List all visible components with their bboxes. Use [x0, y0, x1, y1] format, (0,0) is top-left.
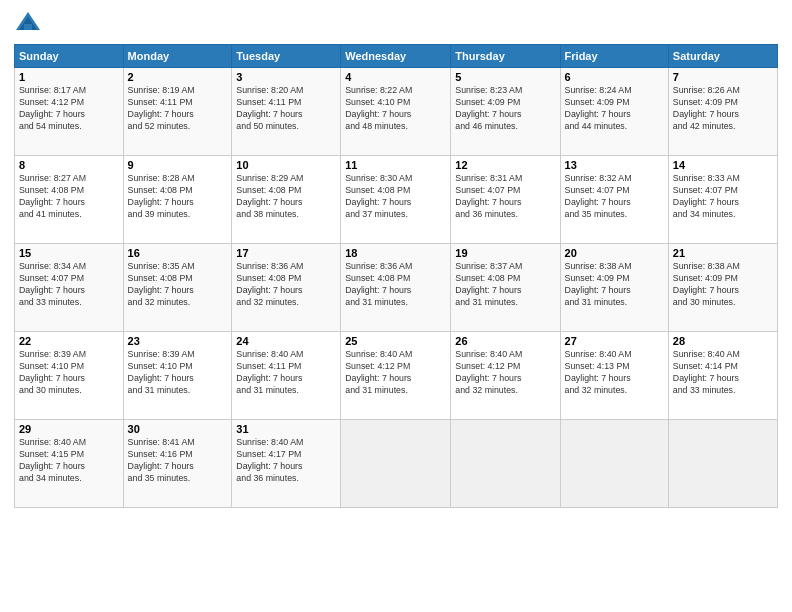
day-info: Sunrise: 8:39 AM Sunset: 4:10 PM Dayligh…: [128, 349, 228, 397]
calendar-cell: 18Sunrise: 8:36 AM Sunset: 4:08 PM Dayli…: [341, 244, 451, 332]
calendar-cell: 26Sunrise: 8:40 AM Sunset: 4:12 PM Dayli…: [451, 332, 560, 420]
dow-header: Thursday: [451, 45, 560, 68]
dow-header: Friday: [560, 45, 668, 68]
day-info: Sunrise: 8:40 AM Sunset: 4:13 PM Dayligh…: [565, 349, 664, 397]
day-info: Sunrise: 8:31 AM Sunset: 4:07 PM Dayligh…: [455, 173, 555, 221]
calendar-cell: 11Sunrise: 8:30 AM Sunset: 4:08 PM Dayli…: [341, 156, 451, 244]
calendar-cell: 9Sunrise: 8:28 AM Sunset: 4:08 PM Daylig…: [123, 156, 232, 244]
day-number: 6: [565, 71, 664, 83]
day-info: Sunrise: 8:20 AM Sunset: 4:11 PM Dayligh…: [236, 85, 336, 133]
calendar-cell: 20Sunrise: 8:38 AM Sunset: 4:09 PM Dayli…: [560, 244, 668, 332]
calendar-cell: 23Sunrise: 8:39 AM Sunset: 4:10 PM Dayli…: [123, 332, 232, 420]
calendar-cell: 3Sunrise: 8:20 AM Sunset: 4:11 PM Daylig…: [232, 68, 341, 156]
day-info: Sunrise: 8:40 AM Sunset: 4:12 PM Dayligh…: [455, 349, 555, 397]
day-number: 19: [455, 247, 555, 259]
calendar-cell: 8Sunrise: 8:27 AM Sunset: 4:08 PM Daylig…: [15, 156, 124, 244]
day-number: 4: [345, 71, 446, 83]
day-info: Sunrise: 8:40 AM Sunset: 4:17 PM Dayligh…: [236, 437, 336, 485]
calendar-week-row: 1Sunrise: 8:17 AM Sunset: 4:12 PM Daylig…: [15, 68, 778, 156]
calendar-cell: 2Sunrise: 8:19 AM Sunset: 4:11 PM Daylig…: [123, 68, 232, 156]
day-info: Sunrise: 8:24 AM Sunset: 4:09 PM Dayligh…: [565, 85, 664, 133]
calendar-cell: 31Sunrise: 8:40 AM Sunset: 4:17 PM Dayli…: [232, 420, 341, 508]
calendar-cell: 24Sunrise: 8:40 AM Sunset: 4:11 PM Dayli…: [232, 332, 341, 420]
day-number: 30: [128, 423, 228, 435]
calendar-week-row: 22Sunrise: 8:39 AM Sunset: 4:10 PM Dayli…: [15, 332, 778, 420]
calendar-cell: [341, 420, 451, 508]
day-number: 2: [128, 71, 228, 83]
day-number: 7: [673, 71, 773, 83]
calendar-cell: 17Sunrise: 8:36 AM Sunset: 4:08 PM Dayli…: [232, 244, 341, 332]
calendar-cell: [560, 420, 668, 508]
calendar-cell: 5Sunrise: 8:23 AM Sunset: 4:09 PM Daylig…: [451, 68, 560, 156]
day-number: 5: [455, 71, 555, 83]
day-number: 29: [19, 423, 119, 435]
day-number: 15: [19, 247, 119, 259]
calendar-week-row: 8Sunrise: 8:27 AM Sunset: 4:08 PM Daylig…: [15, 156, 778, 244]
calendar-cell: 25Sunrise: 8:40 AM Sunset: 4:12 PM Dayli…: [341, 332, 451, 420]
day-info: Sunrise: 8:30 AM Sunset: 4:08 PM Dayligh…: [345, 173, 446, 221]
calendar-cell: [451, 420, 560, 508]
day-info: Sunrise: 8:33 AM Sunset: 4:07 PM Dayligh…: [673, 173, 773, 221]
day-info: Sunrise: 8:34 AM Sunset: 4:07 PM Dayligh…: [19, 261, 119, 309]
calendar-cell: 14Sunrise: 8:33 AM Sunset: 4:07 PM Dayli…: [668, 156, 777, 244]
day-info: Sunrise: 8:23 AM Sunset: 4:09 PM Dayligh…: [455, 85, 555, 133]
day-number: 14: [673, 159, 773, 171]
dow-header: Saturday: [668, 45, 777, 68]
day-number: 27: [565, 335, 664, 347]
calendar-cell: 29Sunrise: 8:40 AM Sunset: 4:15 PM Dayli…: [15, 420, 124, 508]
calendar-cell: [668, 420, 777, 508]
calendar-cell: 16Sunrise: 8:35 AM Sunset: 4:08 PM Dayli…: [123, 244, 232, 332]
logo-icon: [14, 10, 42, 38]
day-info: Sunrise: 8:29 AM Sunset: 4:08 PM Dayligh…: [236, 173, 336, 221]
day-info: Sunrise: 8:32 AM Sunset: 4:07 PM Dayligh…: [565, 173, 664, 221]
calendar-cell: 1Sunrise: 8:17 AM Sunset: 4:12 PM Daylig…: [15, 68, 124, 156]
day-info: Sunrise: 8:38 AM Sunset: 4:09 PM Dayligh…: [565, 261, 664, 309]
calendar-week-row: 15Sunrise: 8:34 AM Sunset: 4:07 PM Dayli…: [15, 244, 778, 332]
calendar-cell: 15Sunrise: 8:34 AM Sunset: 4:07 PM Dayli…: [15, 244, 124, 332]
logo: [14, 10, 44, 38]
day-info: Sunrise: 8:39 AM Sunset: 4:10 PM Dayligh…: [19, 349, 119, 397]
day-number: 16: [128, 247, 228, 259]
day-info: Sunrise: 8:40 AM Sunset: 4:15 PM Dayligh…: [19, 437, 119, 485]
day-number: 20: [565, 247, 664, 259]
day-number: 24: [236, 335, 336, 347]
day-info: Sunrise: 8:28 AM Sunset: 4:08 PM Dayligh…: [128, 173, 228, 221]
day-number: 18: [345, 247, 446, 259]
day-number: 25: [345, 335, 446, 347]
calendar-cell: 7Sunrise: 8:26 AM Sunset: 4:09 PM Daylig…: [668, 68, 777, 156]
day-number: 17: [236, 247, 336, 259]
day-info: Sunrise: 8:19 AM Sunset: 4:11 PM Dayligh…: [128, 85, 228, 133]
day-number: 11: [345, 159, 446, 171]
dow-header: Wednesday: [341, 45, 451, 68]
calendar-cell: 19Sunrise: 8:37 AM Sunset: 4:08 PM Dayli…: [451, 244, 560, 332]
dow-header: Tuesday: [232, 45, 341, 68]
day-info: Sunrise: 8:40 AM Sunset: 4:14 PM Dayligh…: [673, 349, 773, 397]
day-info: Sunrise: 8:35 AM Sunset: 4:08 PM Dayligh…: [128, 261, 228, 309]
day-info: Sunrise: 8:22 AM Sunset: 4:10 PM Dayligh…: [345, 85, 446, 133]
day-info: Sunrise: 8:26 AM Sunset: 4:09 PM Dayligh…: [673, 85, 773, 133]
day-number: 8: [19, 159, 119, 171]
svg-rect-2: [24, 24, 32, 30]
calendar-cell: 10Sunrise: 8:29 AM Sunset: 4:08 PM Dayli…: [232, 156, 341, 244]
day-number: 23: [128, 335, 228, 347]
main-container: SundayMondayTuesdayWednesdayThursdayFrid…: [0, 0, 792, 514]
calendar-cell: 30Sunrise: 8:41 AM Sunset: 4:16 PM Dayli…: [123, 420, 232, 508]
calendar-cell: 4Sunrise: 8:22 AM Sunset: 4:10 PM Daylig…: [341, 68, 451, 156]
calendar-cell: 22Sunrise: 8:39 AM Sunset: 4:10 PM Dayli…: [15, 332, 124, 420]
day-number: 31: [236, 423, 336, 435]
calendar-week-row: 29Sunrise: 8:40 AM Sunset: 4:15 PM Dayli…: [15, 420, 778, 508]
day-number: 10: [236, 159, 336, 171]
day-number: 21: [673, 247, 773, 259]
calendar-cell: 21Sunrise: 8:38 AM Sunset: 4:09 PM Dayli…: [668, 244, 777, 332]
dow-header: Monday: [123, 45, 232, 68]
day-of-week-header: SundayMondayTuesdayWednesdayThursdayFrid…: [15, 45, 778, 68]
day-number: 22: [19, 335, 119, 347]
day-info: Sunrise: 8:40 AM Sunset: 4:11 PM Dayligh…: [236, 349, 336, 397]
day-number: 9: [128, 159, 228, 171]
calendar-cell: 12Sunrise: 8:31 AM Sunset: 4:07 PM Dayli…: [451, 156, 560, 244]
day-number: 28: [673, 335, 773, 347]
calendar-cell: 28Sunrise: 8:40 AM Sunset: 4:14 PM Dayli…: [668, 332, 777, 420]
day-number: 13: [565, 159, 664, 171]
day-info: Sunrise: 8:40 AM Sunset: 4:12 PM Dayligh…: [345, 349, 446, 397]
day-info: Sunrise: 8:41 AM Sunset: 4:16 PM Dayligh…: [128, 437, 228, 485]
